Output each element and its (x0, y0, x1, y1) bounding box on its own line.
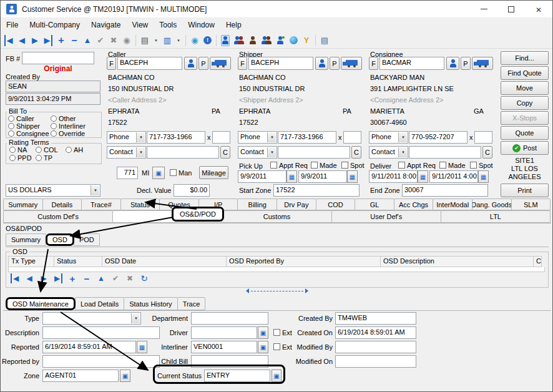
osd-next-icon[interactable]: ▶ (39, 273, 48, 283)
pickup-appt-req-checkbox[interactable] (270, 162, 277, 169)
info-icon[interactable]: ! (203, 36, 212, 44)
consignee-profile-button[interactable] (446, 57, 459, 70)
bill-to-radio-other[interactable] (51, 115, 57, 122)
tab-details[interactable]: Details (42, 198, 82, 210)
description-input[interactable] (42, 326, 160, 339)
subtab-pod[interactable]: POD (74, 233, 100, 246)
caller-c-button[interactable]: C (220, 146, 230, 159)
tab-drv-pay[interactable]: Drv Pay (276, 198, 316, 210)
consignee-ext-input[interactable] (474, 131, 492, 144)
tab-status-history[interactable]: Status History (124, 297, 177, 310)
menu-tools[interactable]: Tools (154, 18, 182, 32)
tab-ltl[interactable]: LTL (441, 210, 551, 223)
driver-icon[interactable] (248, 35, 257, 46)
subtab-osd[interactable]: OSD (46, 233, 74, 246)
osd-prev-icon[interactable]: ◀ (25, 273, 34, 283)
man-checkbox[interactable] (170, 169, 177, 176)
current-status-lookup-button[interactable] (272, 370, 281, 382)
find-button[interactable]: Find... (501, 51, 549, 65)
remove-icon[interactable]: − (70, 35, 79, 46)
driver-input[interactable] (191, 326, 257, 339)
rating-option-ppd[interactable]: PPD (17, 154, 32, 162)
osd-refresh-icon[interactable]: ↻ (140, 273, 149, 283)
rating-radio-col[interactable] (36, 147, 42, 153)
type-select[interactable] (42, 312, 141, 325)
rating-option-tp[interactable]: TP (44, 154, 52, 162)
man-label[interactable]: Man (179, 169, 192, 177)
splitter-handle[interactable] (246, 288, 308, 294)
world-icon[interactable] (289, 35, 298, 46)
consignee-c-button[interactable]: C (482, 146, 492, 159)
shipper-truck-button[interactable] (341, 57, 362, 70)
tab-billing[interactable]: Billing (237, 198, 277, 210)
next-record-icon[interactable]: ▶ (31, 35, 39, 46)
col-status[interactable]: Status (54, 256, 102, 267)
caller-profile-button[interactable] (184, 57, 197, 70)
col-osd-description[interactable]: OSD Description (380, 256, 534, 267)
fb-input[interactable] (22, 52, 94, 64)
currency-select[interactable]: US DOLLARS (6, 184, 100, 197)
filter-icon[interactable]: Y (302, 35, 311, 46)
document-icon[interactable]: ▤ (320, 35, 329, 46)
bill-to-radio-consignee[interactable] (8, 130, 14, 137)
confirm-icon[interactable]: ✔ (96, 35, 105, 46)
move-up-icon[interactable]: ▲ (83, 35, 92, 46)
add-icon[interactable]: + (57, 35, 66, 46)
tab-custom-defs[interactable]: Custom Def's (3, 210, 113, 223)
tab-user-defs[interactable]: User Def's (331, 210, 441, 223)
distance-input[interactable]: 771 (117, 167, 138, 179)
bill-to-radio-override[interactable] (51, 130, 57, 137)
bill-to-option-consignee[interactable]: Consignee (16, 130, 49, 137)
caller-truck-button[interactable] (210, 57, 231, 70)
department-input[interactable] (191, 312, 268, 325)
osd-add-icon[interactable]: + (68, 273, 77, 283)
mileage-button[interactable]: Mileage (199, 166, 228, 179)
pickup-spot-checkbox[interactable] (341, 162, 348, 169)
reported-by-input[interactable] (42, 355, 160, 368)
tab-summary[interactable]: Summary (3, 198, 43, 210)
caller-phone-input[interactable]: 717-733-1966 (147, 131, 205, 144)
caller-ext-input[interactable] (212, 131, 230, 144)
tab-load-details[interactable]: Load Details (75, 297, 124, 310)
pickup-date-to-input[interactable]: 9/9/2011 (298, 170, 347, 183)
osd-first-icon[interactable]: ◀ (11, 273, 19, 283)
shipper-c-button[interactable]: C (351, 146, 361, 159)
rating-radio-ah[interactable] (66, 147, 72, 153)
current-status-input[interactable]: ENTRY (204, 370, 270, 382)
shipper-code-input[interactable]: BACEPH (248, 57, 313, 70)
copy-button[interactable]: Copy (501, 96, 549, 110)
bill-to-option-override[interactable]: Override (59, 130, 85, 137)
rating-option-ah[interactable]: AH (74, 146, 83, 154)
pickup-spot-label[interactable]: Spot (350, 162, 365, 169)
tab-slm[interactable]: SLM (511, 198, 551, 210)
send-icon[interactable]: ▥ (163, 35, 172, 46)
x-stops-button[interactable]: X-Stops (501, 111, 549, 125)
bill-to-option-shipper[interactable]: Shipper (16, 122, 40, 130)
caller-p-button[interactable]: P (198, 57, 208, 70)
pickup-date-from-input[interactable]: 9/9/2011 (238, 170, 286, 183)
tab-trace-maint[interactable]: Trace (177, 297, 206, 310)
consignee-contact-input[interactable] (409, 146, 481, 159)
rating-radio-na[interactable] (9, 147, 16, 153)
post-button[interactable]: Post (501, 141, 549, 155)
quote-button[interactable]: Quote (501, 126, 549, 140)
view-icon[interactable]: ◉ (122, 35, 131, 46)
deliver-appt-req-label[interactable]: Appt Req (407, 162, 436, 169)
bill-to-option-other[interactable]: Other (59, 115, 76, 122)
decl-value-input[interactable]: $0.00 (174, 184, 210, 197)
close-button[interactable] (525, 1, 552, 17)
zone-lookup-button[interactable] (120, 370, 130, 382)
menu-navigate[interactable]: Navigate (86, 18, 126, 32)
rating-option-na[interactable]: NA (17, 146, 27, 154)
reported-input[interactable]: 6/19/2014 8:59:01 AM (42, 341, 136, 353)
osd-pod-tab-callout[interactable]: OS&D/POD (172, 207, 224, 222)
subtab-summary[interactable]: Summary (6, 233, 46, 246)
tab-osd-maintenance[interactable]: OSD Maintenance (6, 297, 76, 310)
maximize-button[interactable] (497, 1, 525, 17)
shipper-p-button[interactable]: P (330, 57, 340, 70)
consignee-f-button[interactable]: F (369, 57, 378, 70)
first-record-icon[interactable]: ◀ (4, 35, 13, 46)
shipper-f-button[interactable]: F (238, 57, 247, 70)
user-icon[interactable] (221, 35, 230, 46)
mileage-lookup-button[interactable] (152, 167, 165, 179)
